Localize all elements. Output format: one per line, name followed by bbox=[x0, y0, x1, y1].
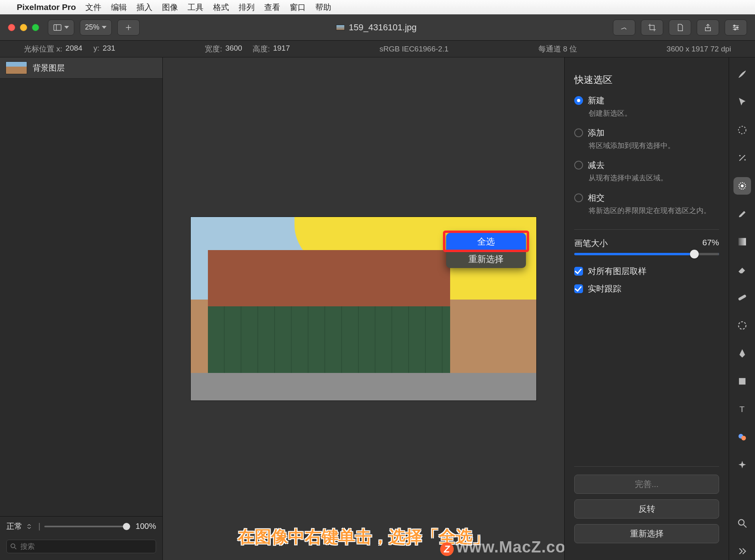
eraser-icon bbox=[737, 264, 748, 275]
opacity-value: 100% bbox=[136, 522, 156, 531]
tool-text[interactable]: T bbox=[733, 400, 751, 418]
main-area: 背景图层 正常 | 100% bbox=[0, 57, 755, 560]
reselect-button[interactable]: 重新选择 bbox=[574, 524, 719, 543]
panel-settings-button[interactable] bbox=[725, 20, 747, 35]
sparkle-icon bbox=[737, 459, 748, 471]
selection-mode-intersect[interactable]: 相交 将新选区的界限限定在现有选区之内。 bbox=[574, 192, 719, 216]
window-toolbar: 25% 159_4316101.jpg bbox=[0, 14, 755, 41]
pen-icon bbox=[737, 348, 748, 359]
document-title-text: 159_4316101.jpg bbox=[349, 22, 417, 33]
canvas-image[interactable]: 全选 重新选择 bbox=[191, 217, 536, 400]
crop-button[interactable] bbox=[641, 20, 663, 35]
tool-color-adjust[interactable] bbox=[733, 317, 751, 334]
cursor-y-value: 231 bbox=[103, 44, 115, 54]
menu-insert[interactable]: 插入 bbox=[136, 2, 152, 13]
menu-file[interactable]: 文件 bbox=[85, 2, 101, 13]
svg-point-14 bbox=[739, 155, 741, 156]
selection-mode-add[interactable]: 添加 将区域添加到现有选择中。 bbox=[574, 127, 719, 151]
selection-mode-subtract[interactable]: 减去 从现有选择中减去区域。 bbox=[574, 160, 719, 183]
bandage-icon bbox=[737, 292, 748, 303]
crop-icon bbox=[648, 23, 656, 32]
svg-point-11 bbox=[11, 544, 15, 548]
tool-erase[interactable] bbox=[733, 261, 751, 278]
context-menu-reselect[interactable]: 重新选择 bbox=[446, 250, 526, 268]
layer-item-background[interactable]: 背景图层 bbox=[0, 57, 162, 79]
color-profile: sRGB IEC61966-2.1 bbox=[379, 45, 449, 53]
svg-rect-18 bbox=[738, 238, 746, 246]
quick-select-icon bbox=[737, 180, 748, 191]
tool-magic-wand[interactable] bbox=[733, 149, 751, 167]
close-window-button[interactable] bbox=[8, 24, 15, 31]
menu-arrange[interactable]: 排列 bbox=[239, 2, 255, 13]
svg-point-10 bbox=[734, 28, 736, 30]
height-label: 高度: bbox=[253, 44, 270, 54]
document-thumb-icon bbox=[336, 25, 345, 30]
sidebar-icon bbox=[53, 23, 62, 32]
app-name[interactable]: Pixelmator Pro bbox=[17, 2, 76, 12]
menu-window[interactable]: 窗口 bbox=[290, 2, 306, 13]
color-circle-icon bbox=[737, 320, 748, 331]
tool-repair[interactable] bbox=[733, 289, 751, 306]
menu-image[interactable]: 图像 bbox=[162, 2, 178, 13]
tool-effects[interactable] bbox=[733, 456, 751, 474]
opacity-slider[interactable] bbox=[44, 526, 130, 527]
tool-gradient[interactable] bbox=[733, 233, 751, 250]
tool-color-picker[interactable] bbox=[733, 428, 751, 446]
menu-edit[interactable]: 编辑 bbox=[111, 2, 127, 13]
menu-tools[interactable]: 工具 bbox=[188, 2, 204, 13]
sidebar-layout-button[interactable] bbox=[48, 20, 74, 35]
cursor-y-label: y: bbox=[93, 44, 99, 54]
add-button[interactable] bbox=[117, 20, 140, 35]
svg-point-13 bbox=[738, 126, 746, 134]
radio-off-icon bbox=[574, 193, 583, 202]
gradient-icon bbox=[737, 236, 748, 247]
tool-paint[interactable] bbox=[733, 205, 751, 223]
square-icon bbox=[737, 376, 748, 387]
tool-more[interactable] bbox=[733, 542, 751, 560]
cursor-x-value: 2084 bbox=[65, 44, 82, 54]
radio-off-icon bbox=[574, 128, 583, 137]
height-value: 1917 bbox=[273, 44, 290, 54]
brush-size-value: 67% bbox=[702, 238, 719, 249]
share-button[interactable] bbox=[697, 20, 719, 35]
svg-line-26 bbox=[743, 525, 746, 528]
menu-view[interactable]: 查看 bbox=[264, 2, 280, 13]
tool-arrange[interactable] bbox=[733, 93, 751, 111]
layer-label: 背景图层 bbox=[33, 63, 65, 73]
tool-pen[interactable] bbox=[733, 345, 751, 362]
canvas-area[interactable]: 全选 重新选择 在图像中右键单击，选择「全选」 Zwww.MacZ.com bbox=[163, 57, 564, 560]
wand-icon bbox=[620, 23, 629, 32]
svg-text:T: T bbox=[739, 404, 745, 414]
refine-selection-button[interactable]: 完善... bbox=[574, 475, 719, 494]
minimize-window-button[interactable] bbox=[20, 24, 27, 31]
live-tracking-checkbox[interactable]: 实时跟踪 bbox=[574, 283, 719, 294]
radio-off-icon bbox=[574, 161, 583, 170]
tool-quick-selection[interactable] bbox=[733, 177, 751, 195]
svg-rect-19 bbox=[738, 294, 747, 301]
layers-search-input[interactable] bbox=[6, 540, 156, 553]
svg-point-15 bbox=[744, 159, 746, 161]
invert-selection-button[interactable]: 反转 bbox=[574, 499, 719, 519]
zoom-dropdown[interactable]: 25% bbox=[80, 20, 112, 35]
menu-help[interactable]: 帮助 bbox=[315, 2, 331, 13]
layers-panel: 背景图层 正常 | 100% bbox=[0, 57, 163, 560]
marquee-icon bbox=[737, 124, 748, 136]
fullscreen-window-button[interactable] bbox=[32, 24, 39, 31]
tool-zoom[interactable] bbox=[733, 515, 751, 532]
tool-style[interactable] bbox=[733, 65, 751, 83]
new-doc-button[interactable] bbox=[669, 20, 691, 35]
menu-format[interactable]: 格式 bbox=[213, 2, 229, 13]
brush-icon bbox=[737, 208, 748, 219]
selection-mode-new[interactable]: 新建 创建新选区。 bbox=[574, 95, 719, 118]
chevron-right-double-icon bbox=[737, 546, 748, 557]
blend-mode-select[interactable]: 正常 bbox=[6, 521, 22, 532]
sample-all-layers-checkbox[interactable]: 对所有图层取样 bbox=[574, 266, 719, 277]
zoom-value: 25% bbox=[85, 23, 99, 32]
chevron-down-icon bbox=[102, 26, 107, 29]
brush-size-slider[interactable] bbox=[574, 253, 719, 255]
tool-marquee[interactable] bbox=[733, 121, 751, 139]
checkbox-on-icon bbox=[574, 284, 583, 293]
tool-shape[interactable] bbox=[733, 373, 751, 390]
color-adjust-button[interactable] bbox=[613, 20, 635, 35]
share-icon bbox=[704, 23, 712, 32]
